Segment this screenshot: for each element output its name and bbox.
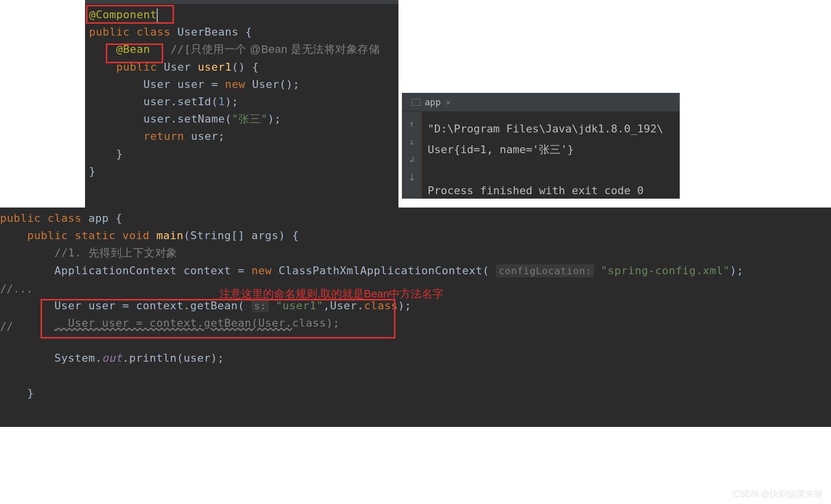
code-line[interactable]: user.setName("张三"); bbox=[89, 110, 398, 127]
console-tab-label[interactable]: app bbox=[425, 97, 441, 107]
code-line[interactable]: } bbox=[89, 145, 398, 163]
code-line[interactable]: ApplicationContext context = new ClassPa… bbox=[0, 262, 831, 279]
editor-pane-app[interactable]: public class app { public static void ma… bbox=[0, 208, 831, 427]
editor-pane-userbeans[interactable]: @Component public class UserBeans { @Bea… bbox=[85, 4, 398, 208]
code-line[interactable]: System.out.println(user); bbox=[0, 349, 831, 367]
console-panel: app × ↑ ↓ ↲ ⤓ "D:\Program Files\Java\jdk… bbox=[402, 93, 680, 199]
code-line[interactable] bbox=[0, 367, 831, 384]
code-line[interactable]: User user = new User(); bbox=[89, 76, 398, 93]
console-output[interactable]: "D:\Program Files\Java\jdk1.8.0_192\ Use… bbox=[422, 112, 680, 199]
close-icon[interactable]: × bbox=[446, 97, 451, 107]
param-hint-configlocation: configLocation: bbox=[496, 264, 594, 277]
code-fold-marker[interactable]: // bbox=[0, 320, 13, 333]
editor-top-strip bbox=[85, 0, 398, 4]
console-tab-icon bbox=[412, 99, 421, 106]
code-line[interactable]: public User user1() { bbox=[89, 58, 398, 76]
console-line: "D:\Program Files\Java\jdk1.8.0_192\ bbox=[428, 123, 663, 135]
code-line[interactable]: public class app { bbox=[0, 210, 831, 227]
code-line[interactable]: user.setId(1); bbox=[89, 93, 398, 110]
code-line[interactable]: return user; bbox=[89, 127, 398, 145]
annotation-component: @Component bbox=[89, 8, 157, 21]
down-arrow-icon[interactable]: ↓ bbox=[407, 136, 417, 146]
annotation-note: 注意这里的命名规则,取的就是Bean中方法名字 bbox=[219, 287, 444, 301]
console-tab-bar: app × bbox=[402, 93, 680, 112]
watermark: CSDN @快到锅里来呀 bbox=[733, 488, 823, 500]
code-line[interactable]: @Bean //[只使用一个 @Bean 是无法将对象存储 bbox=[89, 41, 398, 58]
up-arrow-icon[interactable]: ↑ bbox=[407, 119, 417, 128]
console-line: Process finished with exit code 0 bbox=[428, 184, 644, 197]
code-line[interactable]: @Component bbox=[89, 6, 398, 23]
code-fold-marker[interactable]: //... bbox=[0, 283, 33, 295]
code-line[interactable]: public class UserBeans { bbox=[89, 23, 398, 41]
code-line[interactable]: User user = context.getBean(User.class); bbox=[0, 314, 831, 332]
soft-wrap-icon[interactable]: ↲ bbox=[407, 154, 417, 164]
code-line[interactable] bbox=[0, 332, 831, 349]
code-line[interactable]: } bbox=[0, 384, 831, 402]
annotation-bean: @Bean bbox=[116, 43, 150, 55]
console-toolbar: ↑ ↓ ↲ ⤓ bbox=[402, 112, 422, 199]
scroll-to-end-icon[interactable]: ⤓ bbox=[407, 172, 417, 182]
code-line[interactable]: public static void main(String[] args) { bbox=[0, 227, 831, 244]
code-line[interactable]: } bbox=[89, 163, 398, 180]
console-line: User{id=1, name='张三'} bbox=[428, 143, 574, 156]
code-line[interactable]: //1. 先得到上下文对象 bbox=[0, 244, 831, 261]
text-caret bbox=[157, 8, 158, 22]
